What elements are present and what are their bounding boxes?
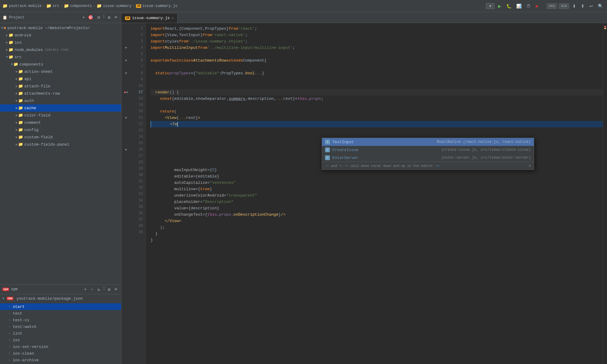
gutter-line-9	[121, 76, 131, 83]
tree-item-config[interactable]: ▶ 📁 config	[0, 126, 121, 133]
vcs-push-button[interactable]: ⬆	[579, 3, 586, 9]
tree-arrow-api: ▶	[16, 77, 18, 81]
pkg-section: ▼ npm youtrack-mobile/package.json ○ sta…	[0, 294, 121, 364]
tree-item-cache[interactable]: ▶ 📁 cache	[0, 104, 121, 112]
fold-icon-21[interactable]: ▼	[125, 116, 127, 120]
run-button[interactable]: ▶	[497, 3, 503, 9]
tree-arrow-attachments-row: ▶	[16, 92, 18, 95]
undo-button[interactable]: ↩	[588, 3, 595, 9]
tree-item-auth[interactable]: ▶ 📁 auth	[0, 97, 121, 104]
tree-item-comment[interactable]: ▶ 📁 comment	[0, 119, 121, 126]
folder-icon-comment: 📁	[18, 120, 23, 125]
ln-17: 17	[131, 89, 145, 96]
breadcrumb-item-components[interactable]: 📁 components	[64, 3, 92, 8]
ln-31: 31	[131, 178, 145, 185]
breadcrumb-item-issue-summary[interactable]: 📁 issue-summary	[97, 3, 131, 8]
collapse-all-icon[interactable]: ⊟	[96, 14, 101, 21]
breadcrumb-item-youtrack-mobile[interactable]: 📁 youtrack-mobile	[2, 3, 42, 8]
pkg-item-test-watch[interactable]: ○ test:watch	[0, 323, 121, 330]
run-config-dropdown[interactable]: ▼	[486, 3, 495, 9]
pkg-dot-ios-archive: ○	[8, 359, 10, 362]
tree-item-action-sheet[interactable]: ▶ 📁 action-sheet	[0, 68, 121, 75]
tree-item-android[interactable]: ▶ 📁 android	[0, 32, 121, 39]
pkg-item-ios-archive[interactable]: ○ ios-archive	[0, 357, 121, 363]
pkg-item-test-ci[interactable]: ○ test-ci	[0, 317, 121, 323]
ac-item-textinput[interactable]: ⚛ TextInput ReactNative (react-native.js…	[322, 138, 534, 146]
tab-close-issue-summary[interactable]: ✕	[172, 16, 174, 20]
tree-item-color-field[interactable]: ▶ 📁 color-field	[0, 112, 121, 119]
ac-name-createissue: CreateIssue	[332, 148, 439, 152]
fold-icon-26[interactable]: ▼	[125, 148, 127, 152]
npm-add-icon[interactable]: +	[83, 286, 88, 293]
tree-item-src[interactable]: ▼ 📁 src	[0, 53, 121, 61]
code-line-39	[151, 243, 603, 250]
code-line-19	[151, 102, 603, 108]
ac-hint-link[interactable]: >>	[436, 164, 439, 168]
gutter-line-10	[121, 83, 131, 89]
fold-icon-4[interactable]: ▼	[125, 46, 127, 50]
tab-js-icon: JS	[125, 16, 130, 20]
tree-item-components[interactable]: ▼ 📁 components	[0, 61, 121, 68]
pkg-dot-test: ○	[8, 312, 10, 315]
fold-icon-8[interactable]: ▼	[125, 72, 127, 75]
pkg-dot-test-watch: ○	[8, 325, 10, 329]
autocomplete-popup[interactable]: ⚛ TextInput ReactNative (react-native.js…	[322, 138, 534, 170]
tree-item-node-modules[interactable]: ▶ 📁 node_modules library root	[0, 46, 121, 53]
settings-icon[interactable]: ⚙	[106, 14, 112, 21]
fold-icon-17[interactable]: ▼	[126, 91, 128, 94]
pkg-label-test-ci: test-ci	[13, 318, 29, 322]
breadcrumb-item-file[interactable]: JS issue-summary.js	[136, 4, 177, 8]
tree-label-auth: auth	[24, 99, 34, 103]
pipe-sep-1: |	[103, 14, 105, 21]
debug-button[interactable]: 🐛	[505, 3, 513, 9]
pkg-item-ios[interactable]: ○ ios	[0, 337, 121, 343]
tab-issue-summary[interactable]: JS issue-summary.js ✕	[121, 13, 178, 23]
pkg-item-test[interactable]: ○ test	[0, 310, 121, 317]
npm-remove-icon[interactable]: −	[89, 286, 95, 293]
pkg-item-ios-clean[interactable]: ○ ios-clean	[0, 350, 121, 357]
folder-icon-attach-file: 📁	[18, 84, 23, 89]
folder-icon-custom-fields-panel: 📁	[18, 142, 23, 147]
vcs-badge-1[interactable]: VCS	[547, 3, 557, 9]
vcs-badge-2[interactable]: VCS	[559, 3, 569, 9]
tree-item-custom-field[interactable]: ▶ 📁 custom-field	[0, 133, 121, 141]
tree-item-custom-fields-panel[interactable]: ▶ 📁 custom-fields-panel	[0, 141, 121, 148]
code-editor[interactable]: ▼ ▼ ▼ ● ▼ ▼ ▼	[121, 23, 607, 364]
tree-item-attachments-row[interactable]: ▶ 📁 attachments-row	[0, 90, 121, 97]
gutter-line-33	[121, 191, 131, 197]
sidebar-gear-icon[interactable]: ≡	[113, 14, 119, 21]
tree-label-root: youtrack-mobile ~/WebstormProjects/	[7, 26, 90, 30]
tree-item-ios[interactable]: ▶ 📁 ios	[0, 39, 121, 46]
pkg-item-lint[interactable]: ○ lint	[0, 330, 121, 337]
npm-refresh-icon[interactable]: ↻	[96, 286, 102, 293]
coverage-button[interactable]: 📊	[515, 3, 523, 9]
ac-item-enterserver[interactable]: ⚛ EnterServer (enter-server.js, src/view…	[322, 154, 534, 162]
profile-button[interactable]: ⏱	[525, 3, 532, 9]
tree-item-api[interactable]: ▶ 📁 api	[0, 75, 121, 83]
locate-file-icon[interactable]: 🎯	[86, 14, 95, 21]
ac-hint-text: ↓↑ and ^↓ ^↑ will move caret down and up…	[325, 164, 433, 168]
code-content[interactable]: import React, {Component, PropTypes} fro…	[146, 23, 603, 364]
pkg-header[interactable]: ▼ npm youtrack-mobile/package.json	[0, 294, 121, 303]
code-line-37: }	[151, 231, 603, 237]
npm-settings-icon[interactable]: ⚙	[106, 286, 112, 293]
tree-arrow-android: ▶	[6, 33, 8, 37]
npm-gear-icon[interactable]: ≡	[113, 286, 119, 293]
breadcrumb-item-src[interactable]: 📁 src	[46, 3, 59, 8]
npm-header[interactable]: npm npm + − ↻ | ⚙ ≡	[0, 285, 121, 294]
pkg-item-ios-set-version[interactable]: ○ ios-set-version	[0, 343, 121, 350]
tree-item-attach-file[interactable]: ▶ 📁 attach-file	[0, 83, 121, 90]
breakpoint-17[interactable]: ●	[124, 90, 126, 95]
project-dropdown-arrow[interactable]: ▼	[83, 16, 85, 19]
search-button[interactable]: 🔍	[596, 3, 605, 9]
project-icon: 📋	[2, 15, 7, 20]
ln-36: 36	[131, 210, 145, 217]
tree-item-root[interactable]: ▼ ■ youtrack-mobile ~/WebstormProjects/	[0, 24, 121, 32]
ac-item-createissue[interactable]: ⚛ CreateIssue (create-issue.js, src/view…	[322, 146, 534, 154]
pkg-item-start[interactable]: ○ start	[0, 303, 121, 310]
tree-label-custom-field: custom-field	[24, 135, 53, 140]
stop-button[interactable]: ■	[534, 3, 539, 9]
vcs-update-button[interactable]: ⬇	[571, 3, 578, 9]
fold-icon-6[interactable]: ▼	[125, 59, 127, 62]
code-line-6: export default class AttachmentsRow exte…	[151, 57, 603, 64]
